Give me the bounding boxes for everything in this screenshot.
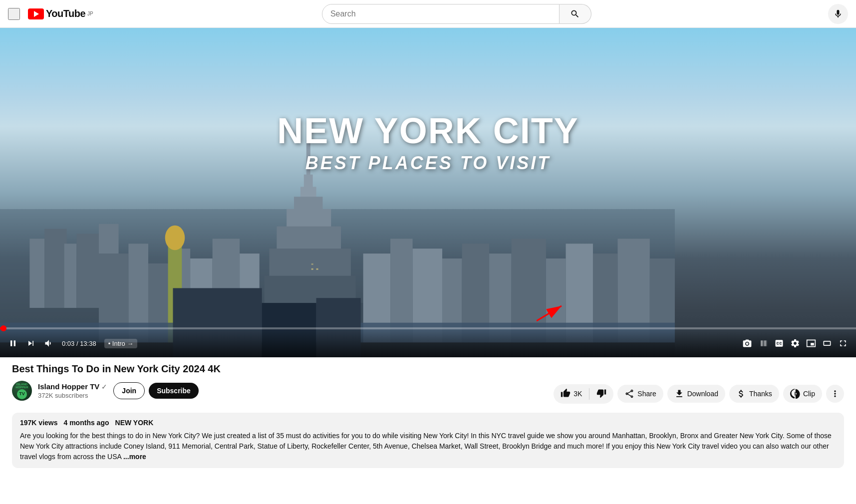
channel-name-row: Island Hopper TV ✓ [38, 382, 107, 391]
volume-button[interactable] [42, 336, 56, 350]
theater-icon [822, 338, 832, 348]
join-button[interactable]: Join [113, 382, 145, 399]
search-input[interactable] [330, 9, 551, 18]
settings-button[interactable] [788, 336, 802, 350]
header-right [828, 4, 848, 24]
captions-icon [774, 338, 784, 348]
more-dots-icon [830, 389, 840, 399]
download-button[interactable]: Download [667, 385, 725, 403]
mic-icon [833, 9, 843, 19]
search-icon [570, 9, 580, 19]
youtube-icon [28, 8, 44, 19]
desc-location: NEW YORK [115, 419, 154, 427]
video-sub-title-text: BEST PLACES TO VISIT [277, 153, 579, 174]
more-link[interactable]: ...more [123, 453, 146, 461]
video-area: NEW YORK CITY BEST PLACES TO VISIT [0, 28, 856, 468]
search-bar [322, 4, 591, 24]
fullscreen-button[interactable] [836, 336, 850, 350]
time-ago: 4 months ago [64, 419, 109, 427]
captions-button[interactable] [772, 336, 786, 350]
subscriber-count: 372K subscribers [38, 392, 107, 399]
view-count: 197K views [20, 419, 58, 427]
svg-rect-1 [29, 239, 44, 308]
channel-info: Island Hopper TV ✓ 372K subscribers [38, 382, 107, 399]
desc-meta: 197K views 4 months ago NEW YORK [20, 419, 836, 427]
logo-text: YouTube [46, 8, 85, 19]
video-info: Best Things To Do in New York City 2024 … [0, 357, 856, 407]
channel-buttons: Join Subscribe [113, 382, 198, 399]
controls-bar: 0:03 / 13:38 • Intro → [0, 329, 856, 357]
channel-avatar[interactable]: ISLAND HOPPER TV [12, 381, 32, 401]
download-icon [674, 389, 684, 399]
svg-rect-3 [64, 244, 77, 308]
screenshot-button[interactable] [740, 336, 754, 350]
video-main-title-text: NEW YORK CITY [277, 113, 579, 149]
fullscreen-icon [838, 338, 848, 348]
clip-icon [790, 389, 800, 399]
thanks-button[interactable]: Thanks [729, 385, 779, 403]
logo-suffix: JP [87, 11, 93, 16]
share-icon [624, 389, 634, 399]
svg-rect-10 [286, 209, 331, 229]
header-center [93, 4, 820, 24]
channel-row: ISLAND HOPPER TV Island Hopper TV ✓ 372 [12, 381, 199, 401]
pause-icon [8, 338, 18, 348]
share-button[interactable]: Share [617, 385, 663, 403]
youtube-logo[interactable]: YouTubeJP [28, 8, 93, 19]
video-title-overlay: NEW YORK CITY BEST PLACES TO VISIT [277, 113, 579, 174]
thumbs-up-icon [561, 388, 571, 400]
like-button[interactable]: 3K [554, 384, 589, 404]
camera-icon [742, 338, 752, 348]
download-label: Download [687, 390, 718, 398]
more-options-button[interactable] [826, 385, 844, 403]
ambient-button[interactable] [756, 336, 770, 350]
video-player[interactable]: NEW YORK CITY BEST PLACES TO VISIT [0, 28, 856, 357]
svg-point-35 [165, 226, 185, 250]
video-thumbnail: NEW YORK CITY BEST PLACES TO VISIT [0, 28, 856, 357]
miniplayer-icon [806, 338, 816, 348]
volume-icon [44, 338, 54, 348]
next-icon [26, 338, 36, 348]
right-controls [740, 336, 850, 350]
video-title: Best Things To Do in New York City 2024 … [12, 363, 844, 375]
share-label: Share [637, 390, 656, 398]
svg-rect-11 [277, 227, 341, 251]
svg-rect-41 [311, 268, 313, 270]
header: YouTubeJP [0, 0, 856, 28]
verified-badge: ✓ [101, 383, 107, 391]
search-input-wrapper [322, 4, 560, 24]
thanks-icon [736, 389, 746, 399]
red-arrow-indicator [537, 303, 567, 323]
time-display: 0:03 / 13:38 [62, 340, 96, 347]
ambient-icon [758, 338, 768, 348]
avatar-inner: ISLAND HOPPER TV [12, 381, 32, 401]
search-button[interactable] [560, 4, 591, 24]
svg-line-45 [537, 306, 562, 321]
clip-label: Clip [803, 390, 815, 398]
svg-rect-43 [311, 263, 313, 265]
clip-button[interactable]: Clip [783, 385, 822, 403]
channel-name[interactable]: Island Hopper TV [38, 382, 99, 391]
pause-button[interactable] [6, 336, 20, 350]
svg-rect-42 [316, 268, 318, 270]
thumbs-down-icon [596, 388, 606, 400]
svg-rect-12 [270, 249, 351, 278]
miniplayer-button[interactable] [804, 336, 818, 350]
mic-button[interactable] [828, 4, 848, 24]
desc-text: Are you looking for the best things to d… [20, 431, 836, 462]
intro-badge: • Intro → [104, 339, 138, 348]
action-buttons-row: 3K Share [554, 384, 844, 404]
description-section: 197K views 4 months ago NEW YORK Are you… [12, 413, 844, 468]
settings-icon [790, 338, 800, 348]
like-count: 3K [573, 390, 582, 398]
header-left: YouTubeJP [8, 8, 93, 20]
menu-button[interactable] [8, 8, 20, 20]
subscribe-button[interactable]: Subscribe [149, 383, 199, 399]
next-button[interactable] [24, 336, 38, 350]
thanks-label: Thanks [749, 390, 772, 398]
svg-rect-2 [44, 229, 67, 308]
main-content: NEW YORK CITY BEST PLACES TO VISIT [0, 28, 856, 468]
like-dislike-group: 3K [554, 384, 613, 404]
theater-mode-button[interactable] [820, 336, 834, 350]
dislike-button[interactable] [589, 384, 613, 404]
